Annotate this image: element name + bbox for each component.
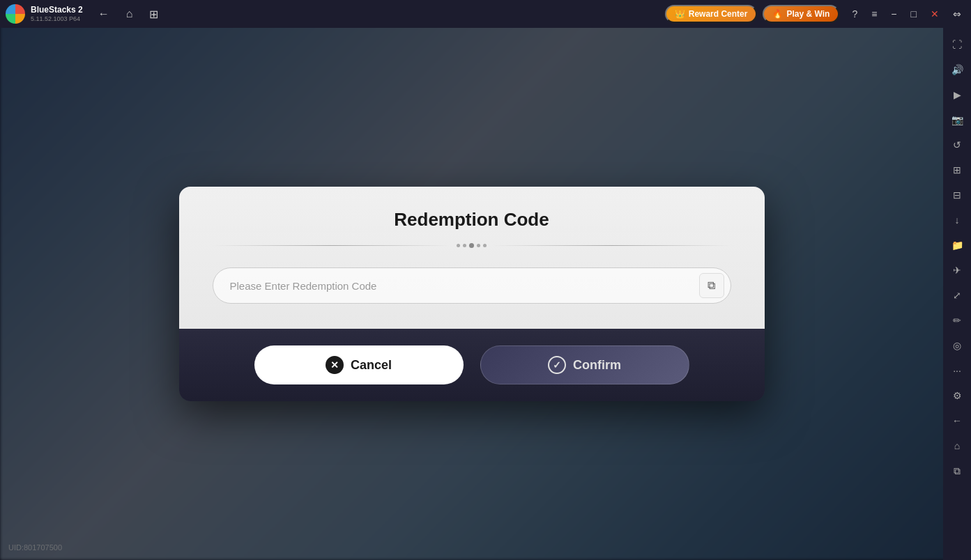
video-icon[interactable]: ▶	[946, 84, 968, 106]
modal-top-section: Redemption Code ⧉	[179, 187, 765, 329]
close-button[interactable]: ✕	[926, 6, 943, 22]
rotate-icon[interactable]: ↺	[946, 134, 968, 156]
titlebar-right-buttons: ? ≡ − □ ✕ ⇔	[848, 6, 965, 22]
modal-title: Redemption Code	[213, 209, 731, 231]
menu-button[interactable]: ≡	[867, 6, 881, 22]
more-icon[interactable]: ···	[946, 359, 968, 382]
divider-dot-center	[469, 243, 474, 248]
resize-icon[interactable]: ⤢	[946, 284, 968, 306]
back2-icon[interactable]: ←	[946, 410, 968, 432]
redemption-modal: Redemption Code ⧉	[179, 187, 765, 401]
app-info: BlueStacks 2 5.11.52.1003 P64	[31, 5, 83, 22]
multi-nav-button[interactable]: ⊞	[145, 6, 162, 22]
home-nav-button[interactable]: ⌂	[122, 6, 137, 22]
screenshot-icon[interactable]: 📷	[946, 109, 968, 131]
paste-button[interactable]: ⧉	[699, 273, 724, 298]
help-button[interactable]: ?	[848, 6, 862, 22]
modal-bottom-section: ✕ Cancel ✓ Confirm	[179, 329, 765, 401]
cancel-icon: ✕	[326, 356, 344, 374]
input-container: ⧉	[213, 267, 731, 304]
divider-dot-1	[457, 244, 460, 247]
play-icon: 🔥	[772, 9, 783, 19]
download-icon[interactable]: ↓	[946, 209, 968, 231]
play-win-button[interactable]: 🔥 Play & Win	[763, 5, 839, 23]
home2-icon[interactable]: ⌂	[946, 435, 968, 457]
settings-icon[interactable]: ⚙	[946, 384, 968, 407]
titlebar-center-buttons: 👑 Reward Center 🔥 Play & Win	[665, 5, 840, 23]
divider-dot-4	[483, 244, 487, 247]
volume-icon[interactable]: 🔊	[946, 59, 968, 81]
bluestacks-logo	[6, 4, 25, 24]
modal-divider	[213, 243, 731, 248]
recent-icon[interactable]: ⧉	[946, 460, 968, 482]
folder-icon[interactable]: 📁	[946, 234, 968, 256]
divider-dots	[457, 243, 487, 248]
modal-overlay: Redemption Code ⧉	[0, 28, 943, 560]
app-name: BlueStacks 2	[31, 5, 83, 15]
confirm-icon: ✓	[548, 356, 566, 374]
divider-line-right	[492, 245, 731, 246]
confirm-button[interactable]: ✓ Confirm	[480, 345, 689, 384]
reward-label: Reward Center	[689, 9, 748, 19]
divider-dot-3	[477, 244, 480, 247]
play-win-label: Play & Win	[786, 9, 829, 19]
app-version: 5.11.52.1003 P64	[31, 15, 83, 23]
timer-icon[interactable]: ⊞	[946, 159, 968, 181]
minimize-button[interactable]: −	[887, 6, 901, 22]
divider-line-left	[213, 245, 452, 246]
restore-button[interactable]: □	[907, 6, 921, 22]
reward-icon: 👑	[675, 9, 685, 19]
titlebar: BlueStacks 2 5.11.52.1003 P64 ← ⌂ ⊞ 👑 Re…	[0, 0, 971, 28]
pin-icon[interactable]: ◎	[946, 334, 968, 357]
expand-button[interactable]: ⇔	[949, 6, 965, 22]
airplane-icon[interactable]: ✈	[946, 259, 968, 281]
fullscreen-icon[interactable]: ⛶	[946, 33, 968, 56]
paste-icon: ⧉	[708, 279, 715, 292]
redemption-code-input[interactable]	[213, 267, 731, 304]
reward-center-button[interactable]: 👑 Reward Center	[665, 5, 758, 23]
apps-icon[interactable]: ⊟	[946, 184, 968, 206]
right-sidebar: ⛶ 🔊 ▶ 📷 ↺ ⊞ ⊟ ↓ 📁 ✈ ⤢ ✏ ◎ ··· ⚙ ← ⌂ ⧉	[943, 28, 971, 560]
back-nav-button[interactable]: ←	[94, 6, 114, 22]
brush-icon[interactable]: ✏	[946, 309, 968, 332]
titlebar-nav: ← ⌂ ⊞	[94, 6, 163, 22]
confirm-label: Confirm	[573, 358, 621, 373]
cancel-button[interactable]: ✕ Cancel	[254, 345, 464, 384]
divider-dot-2	[463, 244, 466, 247]
cancel-label: Cancel	[351, 358, 392, 373]
